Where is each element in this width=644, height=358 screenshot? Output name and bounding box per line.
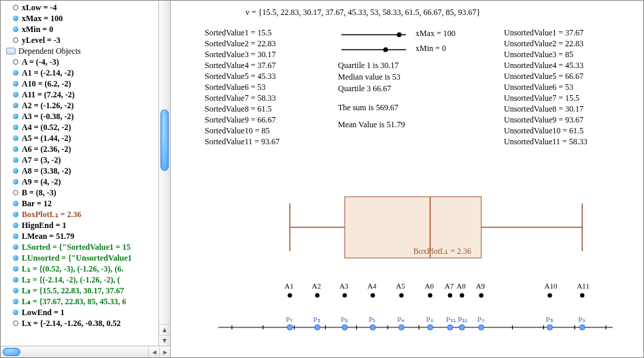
- list-item[interactable]: LUnsorted = {"UnsortedValue1: [6, 253, 170, 263]
- visible-dot-icon[interactable]: [13, 212, 18, 217]
- list-item[interactable]: L₃ = {15.5, 22.83, 30.17, 37.67: [6, 285, 170, 296]
- visible-dot-icon[interactable]: [13, 135, 18, 141]
- visible-dot-icon[interactable]: [13, 233, 18, 239]
- visible-dot-icon[interactable]: [13, 157, 18, 163]
- visible-dot-icon[interactable]: [13, 114, 18, 119]
- list-item[interactable]: Bar = 12: [6, 198, 170, 209]
- hscroll-right-icon[interactable]: ▸: [159, 347, 170, 357]
- visible-dot-icon[interactable]: [13, 255, 18, 261]
- list-item[interactable]: LMean = 51.79: [6, 231, 170, 242]
- visible-dot-icon[interactable]: [13, 92, 18, 97]
- list-item[interactable]: A11 = (7.24, -2): [6, 89, 170, 100]
- a-point[interactable]: [448, 293, 452, 297]
- a-point[interactable]: [428, 293, 432, 297]
- a-point[interactable]: [479, 293, 483, 297]
- sorted-value: SortedValue10 = 85: [205, 126, 269, 136]
- vscroll-down-icon[interactable]: ▾: [159, 335, 170, 346]
- graphics-canvas[interactable]: v = {15.5, 22.83, 30.17, 37.67, 45.33, 5…: [171, 1, 643, 357]
- boxplot-chart[interactable]: BoxPlotL₁ = 2.36A1A2A3A4A5A6A7A8A9A10A11…: [205, 163, 626, 358]
- list-item[interactable]: B = (8, -3): [6, 187, 170, 198]
- vscroll-up-icon[interactable]: ▴: [159, 324, 170, 335]
- visible-dot-icon[interactable]: [13, 223, 18, 228]
- list-item[interactable]: xMin = 0: [6, 24, 170, 35]
- list-item[interactable]: L₄ = {37.67, 22.83, 85, 45.33, 6: [6, 296, 170, 307]
- visible-dot-icon[interactable]: [13, 168, 18, 174]
- visible-dot-icon[interactable]: [13, 266, 18, 272]
- a-point[interactable]: [460, 293, 464, 297]
- visible-dot-icon[interactable]: [13, 244, 18, 250]
- visible-dot-icon[interactable]: [13, 27, 18, 32]
- visible-dot-icon[interactable]: [13, 201, 18, 206]
- a-point[interactable]: [580, 293, 584, 297]
- visible-dot-icon[interactable]: [13, 125, 18, 130]
- visible-dot-icon[interactable]: [13, 299, 18, 304]
- list-item[interactable]: A4 = (0.52, -2): [6, 122, 170, 133]
- object-list[interactable]: xLow = -4xMax = 100xMin = 0yLevel = -3De…: [1, 1, 170, 345]
- visible-dot-icon[interactable]: [13, 81, 18, 86]
- p-point[interactable]: [428, 325, 433, 330]
- list-item[interactable]: xMax = 100: [6, 13, 170, 24]
- list-item[interactable]: A = (-4, -3): [6, 56, 170, 67]
- p-point[interactable]: [370, 325, 375, 330]
- a-point[interactable]: [371, 293, 375, 297]
- visible-dot-icon[interactable]: [13, 103, 18, 108]
- hidden-dot-icon[interactable]: [13, 59, 18, 65]
- visible-dot-icon[interactable]: [13, 277, 18, 282]
- visible-dot-icon[interactable]: [13, 179, 18, 184]
- p-point[interactable]: [579, 325, 585, 330]
- list-item[interactable]: L₁ = {(0.52, -3), (-1.26, -3), (6.: [6, 263, 170, 274]
- list-item[interactable]: yLevel = -3: [6, 35, 170, 46]
- hscroll-left-icon[interactable]: ◂: [148, 347, 159, 357]
- a-point[interactable]: [547, 293, 552, 297]
- list-item[interactable]: xLow = -4: [6, 2, 170, 13]
- vscroll-thumb[interactable]: [160, 110, 169, 171]
- vertical-scrollbar[interactable]: ▴ ▾: [158, 1, 170, 346]
- a-point[interactable]: [399, 293, 403, 297]
- p-point[interactable]: [547, 325, 553, 330]
- visible-dot-icon[interactable]: [13, 146, 18, 152]
- list-item[interactable]: L₂ = {(-2.14, -2), (-1.26, -2), (: [6, 274, 170, 285]
- list-item[interactable]: A5 = (1.44, -2): [6, 133, 170, 144]
- visible-dot-icon[interactable]: [13, 288, 18, 293]
- a-point[interactable]: [288, 293, 292, 297]
- list-item-label: A11 = (7.24, -2): [22, 90, 75, 100]
- p-point[interactable]: [399, 325, 404, 330]
- dependent-header[interactable]: Dependent Objects: [6, 46, 170, 56]
- a-point[interactable]: [343, 293, 347, 297]
- list-item-label: xMin = 0: [22, 25, 53, 35]
- hidden-dot-icon[interactable]: [13, 37, 18, 43]
- p-point[interactable]: [287, 325, 292, 330]
- hscroll-thumb[interactable]: [3, 348, 20, 356]
- a-point[interactable]: [315, 293, 319, 297]
- hidden-dot-icon[interactable]: [13, 190, 18, 195]
- list-item[interactable]: BoxPlotL₁ = 2.36: [6, 209, 170, 220]
- list-item[interactable]: LowEnd = 1: [6, 307, 170, 318]
- p-point[interactable]: [447, 325, 453, 330]
- visible-dot-icon[interactable]: [13, 70, 18, 76]
- list-item[interactable]: A1 = (-2.14, -2): [6, 67, 170, 78]
- visible-dot-icon[interactable]: [13, 16, 18, 21]
- p-point[interactable]: [459, 325, 464, 330]
- list-item[interactable]: A9 = (4, -2): [6, 176, 170, 187]
- list-item[interactable]: A8 = (3.38, -2): [6, 165, 170, 176]
- list-item[interactable]: HignEnd = 1: [6, 220, 170, 231]
- xmax-slider[interactable]: [338, 28, 426, 42]
- list-item[interactable]: LSorted = {"SortedValue1 = 15: [6, 242, 170, 253]
- list-item[interactable]: Lx = {-2.14, -1.26, -0.38, 0.52: [6, 318, 170, 329]
- list-item[interactable]: A3 = (-0.38, -2): [6, 111, 170, 122]
- hidden-dot-icon[interactable]: [13, 5, 18, 10]
- list-item[interactable]: A6 = (2.36, -2): [6, 144, 170, 154]
- a-label: A11: [577, 282, 590, 290]
- list-item[interactable]: A10 = (6.2, -2): [6, 78, 170, 89]
- list-item[interactable]: A7 = (3, -2): [6, 154, 170, 165]
- p-point[interactable]: [315, 325, 320, 330]
- p-point[interactable]: [342, 325, 348, 330]
- list-item[interactable]: A2 = (-1.26, -2): [6, 100, 170, 111]
- xmin-slider[interactable]: [338, 43, 426, 56]
- hidden-dot-icon[interactable]: [13, 321, 18, 326]
- p-point[interactable]: [479, 325, 484, 330]
- visible-dot-icon[interactable]: [13, 310, 18, 315]
- list-item-label: A2 = (-1.26, -2): [22, 101, 74, 111]
- list-item-label: A3 = (-0.38, -2): [22, 112, 74, 122]
- horizontal-scrollbar[interactable]: ◂ ▸: [1, 346, 170, 357]
